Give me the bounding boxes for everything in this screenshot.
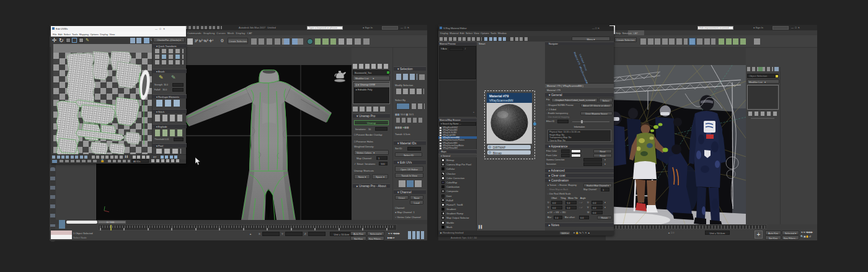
svg-text:Material #79: Material #79 — [489, 94, 509, 98]
svg-text:DIRTMAP: DIRTMAP — [493, 146, 505, 149]
svg-text:▌▌: ▌▌ — [479, 225, 483, 229]
svg-text:Bitmap: Bitmap — [493, 152, 502, 155]
svg-text:VRayScannedMtl: VRayScannedMtl — [489, 99, 513, 102]
